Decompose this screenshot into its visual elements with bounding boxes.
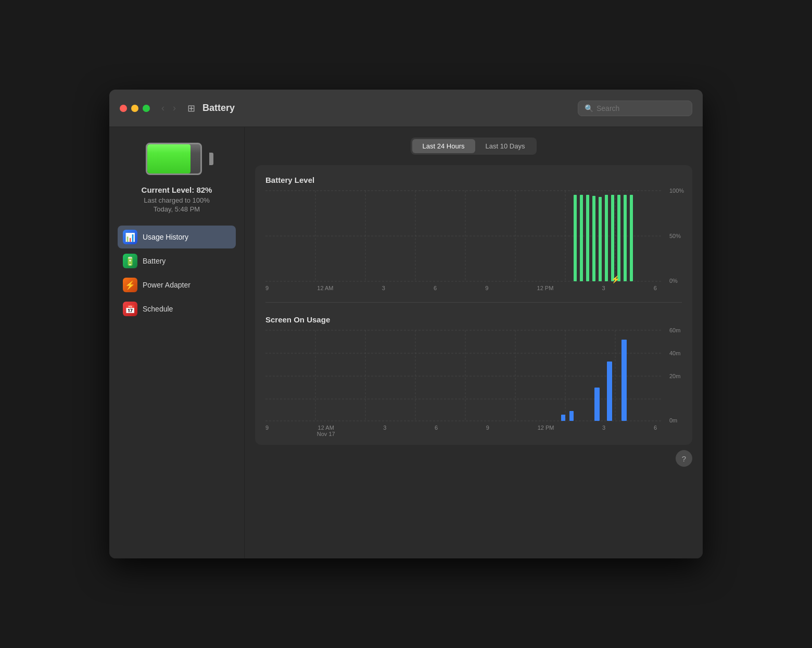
x-label: 12 PM [537,285,554,291]
x-label: 3 [602,425,605,437]
y-label-50: 50% [669,233,681,239]
bbar [611,195,614,281]
battery-tip [209,153,213,165]
time-selector: Last 24 Hours Last 10 Days [411,138,537,155]
minimize-button[interactable] [131,105,138,112]
bbar [592,196,595,281]
battery-level-chart: Battery Level 100% 50% 0% [265,176,682,290]
chart-divider [265,302,682,303]
battery-icon-container [146,143,208,175]
sidebar: Current Level: 82% Last charged to 100% … [109,127,245,558]
x-label: 6 [654,425,657,437]
maximize-button[interactable] [143,105,150,112]
sidebar-item-label: Power Adapter [143,281,191,289]
sidebar-item-battery[interactable]: 🔋 Battery [118,250,236,272]
y-label-0m: 0m [669,417,677,423]
last-24-hours-tab[interactable]: Last 24 Hours [412,139,475,153]
charts-container: Battery Level 100% 50% 0% [255,165,692,445]
right-panel: Last 24 Hours Last 10 Days Battery Level [245,127,703,558]
x-label: 9 [486,425,489,437]
bbar [574,195,577,281]
sidebar-item-label: Usage History [143,233,188,241]
battery-level-text: Current Level: 82% [142,185,212,194]
schedule-icon: 📅 [123,302,137,316]
battery-shine [147,144,200,153]
x-label: 9 [485,285,488,291]
y-label-40m: 40m [669,350,680,356]
bbar [586,195,589,281]
bbar [630,195,633,281]
y-label-20m: 20m [669,373,680,379]
battery-visual [146,143,208,175]
sidebar-nav: 📊 Usage History 🔋 Battery ⚡ Power Adapte… [118,226,236,320]
sbar [621,340,627,421]
screen-x-labels: 9 12 AMNov 17 3 6 9 12 PM 3 6 [265,423,657,437]
back-button[interactable]: ‹ [158,101,168,116]
y-label-100: 100% [669,188,684,194]
sidebar-item-schedule[interactable]: 📅 Schedule [118,297,236,320]
search-input[interactable] [597,104,686,113]
usage-history-icon: 📊 [123,230,137,244]
screen-chart-title: Screen On Usage [265,315,682,324]
traffic-lights [120,105,150,112]
bbar [599,197,602,281]
bbar [617,195,620,281]
power-adapter-icon: ⚡ [123,278,137,292]
close-button[interactable] [120,105,127,112]
search-icon: 🔍 [585,104,593,113]
x-label: 3 [383,425,386,437]
x-label: 3 [382,285,385,291]
charging-icon: ⚡ [611,275,620,284]
x-label: 12 PM [538,425,554,437]
x-label: 6 [434,285,437,291]
grid-button[interactable]: ⊞ [185,101,197,116]
battery-icon: 🔋 [123,254,137,268]
x-label: 6 [435,425,438,437]
forward-button[interactable]: › [170,101,179,116]
last-charged-text: Last charged to 100% [142,196,212,204]
sbar [607,362,612,421]
bbar [605,195,608,281]
sidebar-item-label: Schedule [143,305,173,313]
x-label: 12 AMNov 17 [317,425,335,437]
battery-body [146,143,202,175]
search-bar[interactable]: 🔍 [578,101,692,116]
titlebar: ‹ › ⊞ Battery 🔍 [109,90,703,127]
sbar [594,388,600,421]
bbar [580,195,583,281]
nav-buttons: ‹ › [158,101,179,116]
screen-chart-svg: 60m 40m 20m 0m [265,330,682,421]
window-title: Battery [202,103,578,114]
battery-x-labels: 9 12 AM 3 6 9 12 PM 3 6 [265,284,657,291]
x-label: 9 [265,285,269,291]
x-label: 12 AM [317,285,333,291]
main-content: Current Level: 82% Last charged to 100% … [109,127,703,558]
sidebar-item-power-adapter[interactable]: ⚡ Power Adapter [118,273,236,296]
battery-info: Current Level: 82% Last charged to 100% … [142,185,212,213]
sbar [569,411,574,421]
battery-chart-title: Battery Level [265,176,682,184]
charge-time-text: Today, 5:48 PM [142,205,212,213]
sidebar-item-label: Battery [143,257,166,265]
sbar [561,415,565,421]
x-label: 3 [602,285,605,291]
app-window: ‹ › ⊞ Battery 🔍 [109,90,703,558]
x-label: 9 [265,425,269,437]
bbar [624,195,627,281]
last-10-days-tab[interactable]: Last 10 Days [475,139,536,153]
battery-chart-svg: 100% 50% 0% [265,191,682,282]
y-label-60m: 60m [669,327,680,333]
screen-usage-chart: Screen On Usage 60m 40m 20m [265,315,682,434]
help-button[interactable]: ? [676,450,692,467]
x-label: 6 [654,285,657,291]
y-label-0: 0% [669,278,678,284]
sidebar-item-usage-history[interactable]: 📊 Usage History [118,226,236,248]
